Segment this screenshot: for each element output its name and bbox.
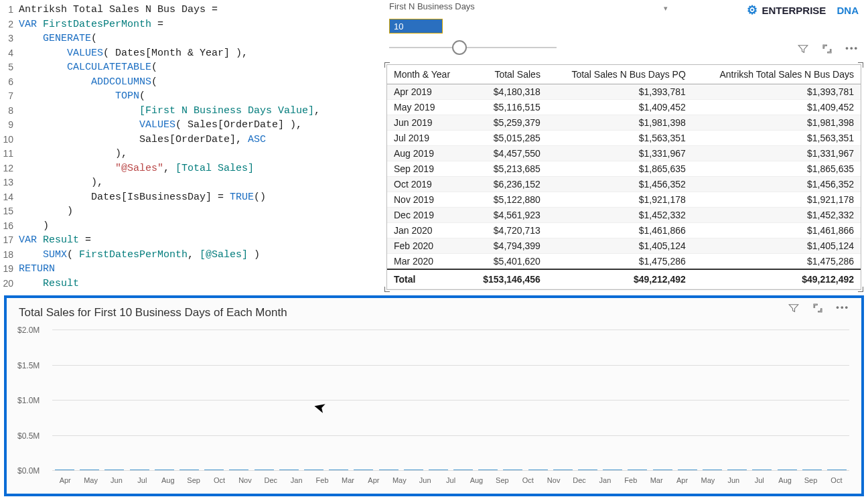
line-number: 6 <box>0 75 19 90</box>
table-row[interactable]: Jan 2020$4,720,713$1,461,866$1,461,866 <box>387 223 861 238</box>
column-header[interactable]: Total Sales N Bus Days PQ <box>547 65 693 84</box>
table-row[interactable]: May 2019$5,116,515$1,409,452$1,409,452 <box>387 100 861 115</box>
code-line[interactable]: 4 VALUES( Dates[Month & Year] ), <box>0 46 385 61</box>
code-line[interactable]: 11 ), <box>0 147 385 161</box>
code-line[interactable]: 7 TOPN( <box>0 89 385 104</box>
table-row[interactable]: Dec 2019$4,561,923$1,452,332$1,452,332 <box>387 208 861 223</box>
column-header[interactable]: Antriksh Total Sales N Bus Days <box>693 65 861 84</box>
cell: $5,122,880 <box>467 192 547 208</box>
table-row[interactable]: Aug 2019$4,457,550$1,331,967$1,331,967 <box>387 146 861 161</box>
table-row[interactable]: Sep 2019$5,213,685$1,865,635$1,865,635 <box>387 161 861 177</box>
code-line[interactable]: 12 "@Sales", [Total Sales] <box>0 161 385 176</box>
code-line[interactable]: 13 ), <box>0 175 385 190</box>
line-number: 17 <box>0 233 19 248</box>
filter-icon[interactable] <box>788 302 800 314</box>
code-line[interactable]: 19RETURN <box>0 262 385 277</box>
line-number: 15 <box>0 204 19 219</box>
line-number: 5 <box>0 60 19 75</box>
table-row[interactable]: Feb 2020$4,794,399$1,405,124$1,405,124 <box>387 238 861 254</box>
line-number: 9 <box>0 118 19 133</box>
cell: Feb 2020 <box>387 238 467 254</box>
column-header[interactable]: Month & Year <box>387 65 467 84</box>
cell: $1,405,124 <box>693 238 861 254</box>
x-axis-label: Feb <box>618 476 644 484</box>
code-line[interactable]: 18 SUMX( FirstDatesPerMonth, [@Sales] ) <box>0 248 385 263</box>
code-line[interactable]: 6 ADDCOLUMNS( <box>0 75 385 90</box>
cell: $1,393,781 <box>693 84 861 100</box>
code-line[interactable]: 10 Sales[OrderDate], ASC <box>0 133 385 147</box>
slicer-label: First N Business Days <box>389 1 475 11</box>
gridline <box>52 435 849 436</box>
total-cell: $49,212,492 <box>547 269 693 289</box>
code-line[interactable]: 1Antriksh Total Sales N Bus Days = <box>0 3 385 17</box>
x-axis-label: Feb <box>309 476 335 484</box>
resize-handle[interactable] <box>384 287 390 292</box>
code-line[interactable]: 2VAR FirstDatesPerMonth = <box>0 17 385 32</box>
cell: $4,794,399 <box>467 238 547 254</box>
code-line[interactable]: 14 Dates[IsBusinessDay] = TRUE() <box>0 190 385 205</box>
cell: $5,259,379 <box>467 115 547 131</box>
x-axis-label: Sep <box>181 476 206 484</box>
cell: $1,452,332 <box>547 208 693 223</box>
cell: Mar 2020 <box>387 254 467 270</box>
cell: $1,865,635 <box>693 161 861 177</box>
table-row[interactable]: Jun 2019$5,259,379$1,981,398$1,981,398 <box>387 115 861 131</box>
code-line[interactable]: 20 Result <box>0 277 385 291</box>
resize-handle[interactable] <box>858 287 863 292</box>
code-line[interactable]: 17VAR Result = <box>0 233 385 248</box>
focus-mode-icon[interactable] <box>821 43 833 55</box>
x-axis-label: Nov <box>540 476 566 484</box>
cell: Aug 2019 <box>387 146 467 161</box>
line-number: 7 <box>0 89 19 104</box>
chevron-down-icon[interactable]: ▾ <box>664 4 668 13</box>
filter-icon[interactable] <box>797 43 809 55</box>
resize-handle[interactable] <box>384 62 390 68</box>
y-axis-label: $0.5M <box>17 431 40 441</box>
total-cell: $49,212,492 <box>693 269 861 289</box>
bar-chart-visual[interactable]: ••• Total Sales for First 10 Business Da… <box>4 295 864 496</box>
y-axis-label: $2.0M <box>17 326 40 335</box>
more-options-icon[interactable]: ••• <box>845 43 859 55</box>
line-number: 20 <box>0 277 19 291</box>
table-toolbar: ••• <box>797 43 859 55</box>
table-row[interactable]: Mar 2020$5,401,620$1,475,286$1,475,286 <box>387 254 861 270</box>
brand-accent: DNA <box>837 5 859 16</box>
dax-editor[interactable]: 1Antriksh Total Sales N Bus Days =2VAR F… <box>0 0 385 291</box>
table-row[interactable]: Nov 2019$5,122,880$1,921,178$1,921,178 <box>387 192 861 208</box>
code-line[interactable]: 15 ) <box>0 204 385 219</box>
table-row[interactable]: Oct 2019$6,236,152$1,456,352$1,456,352 <box>387 177 861 192</box>
more-options-icon[interactable]: ••• <box>836 302 849 314</box>
slicer-slider-track[interactable] <box>389 47 557 48</box>
x-axis-label: Sep <box>490 476 515 484</box>
code-line[interactable]: 5 CALCULATETABLE( <box>0 60 385 75</box>
cell: Nov 2019 <box>387 192 467 208</box>
cell: $4,457,550 <box>467 146 547 161</box>
x-axis-label: Sep <box>798 476 823 484</box>
gridline <box>52 330 849 330</box>
x-axis-label: Oct <box>206 476 232 484</box>
slicer-value-input[interactable] <box>389 19 443 33</box>
table-visual[interactable]: Month & YearTotal SalesTotal Sales N Bus… <box>386 64 861 290</box>
code-line[interactable]: 8 [First N Business Days Value], <box>0 104 385 119</box>
code-line[interactable]: 9 VALUES( Sales[OrderDate] ), <box>0 118 385 133</box>
focus-mode-icon[interactable] <box>812 302 824 314</box>
x-axis-label: May <box>695 476 721 484</box>
table-row[interactable]: Apr 2019$4,180,318$1,393,781$1,393,781 <box>387 84 861 100</box>
x-axis-label: Jul <box>129 476 155 484</box>
gridline <box>52 365 849 366</box>
chart-plot-area: $0.0M$0.5M$1.0M$1.5M$2.0M <box>52 330 849 471</box>
x-axis-label: Aug <box>772 476 798 484</box>
total-cell: $153,146,456 <box>467 269 547 289</box>
x-axis-label: Jan <box>592 476 618 484</box>
column-header[interactable]: Total Sales <box>467 65 547 84</box>
cell: $1,393,781 <box>547 84 693 100</box>
code-line[interactable]: 16 ) <box>0 219 385 234</box>
table-row[interactable]: Jul 2019$5,015,285$1,563,351$1,563,351 <box>387 131 861 146</box>
cell: Jun 2019 <box>387 115 467 131</box>
cell: $4,180,318 <box>467 84 547 100</box>
x-axis-label: May <box>78 476 103 484</box>
x-axis-label: Jan <box>284 476 309 484</box>
resize-handle[interactable] <box>858 62 863 68</box>
code-line[interactable]: 3 GENERATE( <box>0 31 385 46</box>
slicer-slider-thumb[interactable] <box>452 40 467 55</box>
